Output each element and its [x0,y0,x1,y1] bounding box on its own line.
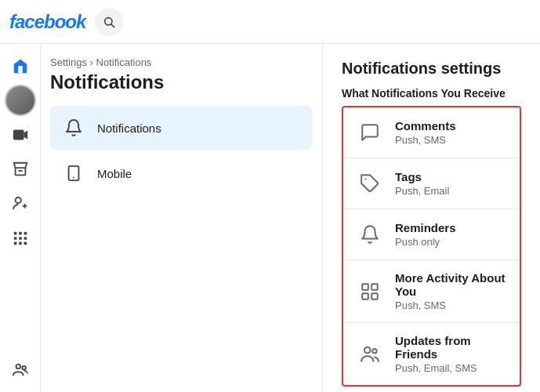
svg-rect-24 [362,293,368,299]
notification-items-list: Comments Push, SMS Tags Push, Email [342,106,521,387]
svg-rect-11 [13,237,16,240]
svg-rect-23 [371,284,378,290]
activity-icon [356,278,384,306]
svg-point-17 [16,365,20,369]
svg-rect-25 [371,293,378,299]
svg-point-27 [372,348,376,352]
settings-nav: Settings › Notifications Notifications N… [41,44,323,392]
notif-item-reminders[interactable]: Reminders Push only [343,209,520,260]
svg-marker-3 [24,131,27,140]
add-friend-icon [12,195,29,212]
svg-rect-2 [13,130,24,140]
svg-point-5 [15,198,20,203]
svg-rect-10 [24,232,27,235]
svg-line-1 [111,24,114,27]
groups-icon [12,361,29,379]
svg-point-18 [22,366,26,370]
avatar [6,86,34,114]
nav-label-notifications: Notifications [97,122,161,135]
notif-text-updates-friends: Updates from Friends Push, Email, SMS [395,334,507,374]
notif-text-comments: Comments Push, SMS [395,119,456,146]
topbar: facebook [0,0,540,44]
friends-icon [356,340,384,368]
nav-label-mobile: Mobile [97,167,132,180]
breadcrumb: Settings › Notifications [50,56,313,68]
sidebar-icon-groups[interactable] [5,354,36,386]
apps-icon [12,230,29,247]
svg-rect-16 [24,242,27,245]
home-icon [12,57,29,74]
sidebar-icon-video[interactable] [5,119,36,151]
facebook-logo: facebook [9,11,85,33]
tag-icon [356,169,384,198]
svg-rect-19 [69,166,79,180]
mobile-icon [60,159,88,187]
notif-item-updates-friends[interactable]: Updates from Friends Push, Email, SMS [343,323,520,385]
search-icon [103,16,115,28]
svg-rect-14 [13,242,16,245]
svg-rect-8 [13,232,16,235]
notif-item-more-activity[interactable]: More Activity About You Push, SMS [343,260,520,323]
page-title: Notifications [50,71,313,93]
notif-item-comments[interactable]: Comments Push, SMS [343,107,520,158]
marketplace-icon [12,161,29,178]
sidebar-icon-avatar[interactable] [5,85,36,116]
notif-item-tags[interactable]: Tags Push, Email [343,158,520,209]
notif-text-tags: Tags Push, Email [395,170,449,197]
svg-rect-9 [19,232,22,235]
svg-rect-13 [24,237,27,240]
search-button[interactable] [95,8,123,36]
settings-content: Notifications settings What Notification… [323,44,540,392]
video-icon [12,126,29,143]
reminder-bell-icon [356,220,384,249]
svg-rect-12 [19,237,22,240]
icon-sidebar [0,44,41,392]
sidebar-icon-apps[interactable] [5,223,36,254]
main-layout: Settings › Notifications Notifications N… [0,44,540,392]
notif-text-reminders: Reminders Push only [395,221,456,248]
content-title: Notifications settings [342,60,521,78]
bell-icon [60,114,88,142]
svg-point-26 [364,347,371,353]
sidebar-icon-home[interactable] [5,50,36,82]
svg-rect-15 [19,242,22,245]
sidebar-icon-add-friend[interactable] [5,188,36,220]
sidebar-icon-marketplace[interactable] [5,154,36,185]
nav-item-mobile[interactable]: Mobile [50,151,313,195]
comment-icon [356,118,384,147]
notif-text-more-activity: More Activity About You Push, SMS [395,271,507,311]
nav-item-notifications[interactable]: Notifications [50,106,313,150]
svg-rect-22 [362,284,368,290]
section-label: What Notifications You Receive [342,87,521,100]
